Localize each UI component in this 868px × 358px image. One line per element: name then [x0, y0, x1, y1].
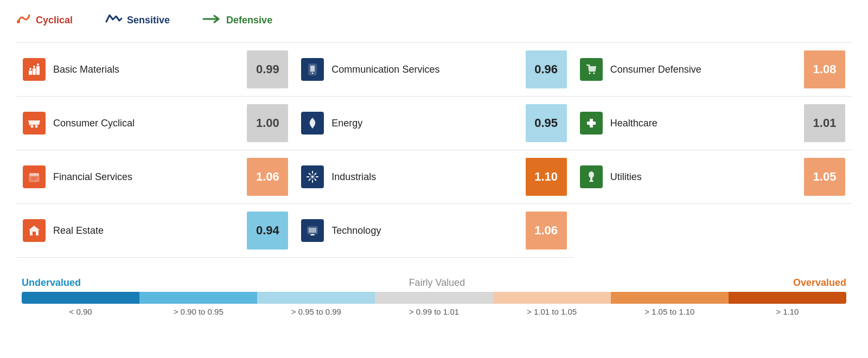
defensive-icon: [202, 13, 222, 27]
healthcare-value: 1.01: [804, 104, 845, 142]
communication-services-icon: [301, 58, 324, 81]
energy-value: 0.95: [526, 104, 567, 142]
svg-rect-15: [310, 66, 315, 72]
svg-point-24: [593, 73, 595, 74]
real-estate-name: Real Estate: [53, 225, 247, 236]
legend-defensive: Defensive: [202, 13, 272, 27]
bar-segment-5: [493, 292, 611, 304]
technology-icon: [301, 219, 324, 242]
svg-point-16: [312, 73, 313, 74]
list-item: Consumer Defensive 1.08: [573, 43, 852, 97]
svg-rect-11: [29, 173, 39, 176]
consumer-defensive-name: Consumer Defensive: [610, 64, 804, 75]
bar-label-2: > 0.90 to 0.95: [139, 307, 257, 316]
bar-segment-1: [22, 292, 139, 304]
list-item: Consumer Cyclical 1.00: [16, 97, 295, 150]
overvalued-label: Overvalued: [793, 277, 846, 289]
cyclical-column: Basic Materials 0.99 Consumer Cyclical 1…: [16, 43, 295, 258]
list-item: Energy 0.95: [295, 97, 573, 150]
bar-segment-6: [611, 292, 729, 304]
undervalued-label: Undervalued: [22, 277, 81, 289]
list-item: Communication Services 0.96: [295, 43, 573, 97]
technology-name: Technology: [331, 225, 525, 236]
list-item: Healthcare 1.01: [573, 97, 852, 150]
svg-point-5: [29, 68, 31, 70]
energy-name: Energy: [331, 118, 525, 129]
bar-label-7: > 1.10: [729, 307, 846, 316]
consumer-cyclical-icon: [23, 112, 46, 135]
svg-rect-28: [590, 177, 592, 181]
basic-materials-value: 0.99: [247, 50, 288, 88]
defensive-label: Defensive: [226, 15, 272, 26]
list-item: Real Estate 0.94: [16, 204, 295, 258]
svg-rect-21: [310, 234, 315, 235]
fairly-valued-label: Fairly Valued: [81, 277, 793, 289]
bar-segment-2: [139, 292, 257, 304]
consumer-cyclical-value: 1.00: [247, 104, 288, 142]
bar-segment-3: [257, 292, 375, 304]
financial-services-value: 1.06: [247, 158, 288, 196]
list-item: Technology 1.06: [295, 204, 573, 258]
energy-icon: [301, 112, 324, 135]
financial-services-icon: [23, 165, 46, 188]
legend-row: Cyclical Sensitive Defensive: [16, 11, 852, 29]
bar-bottom-labels: < 0.90 > 0.90 to 0.95 > 0.95 to 0.99 > 0…: [22, 307, 846, 316]
list-item: Basic Materials 0.99: [16, 43, 295, 97]
svg-point-23: [589, 73, 590, 74]
svg-rect-2: [29, 71, 32, 75]
list-item: Industrials 1.10: [295, 150, 573, 204]
list-item: Financial Services 1.06: [16, 150, 295, 204]
legend-cyclical: Cyclical: [16, 11, 73, 29]
bar-segment-4: [375, 292, 493, 304]
svg-point-0: [17, 20, 20, 23]
utilities-icon: [580, 165, 603, 188]
legend-sensitive: Sensitive: [105, 13, 170, 27]
main-grid: Basic Materials 0.99 Consumer Cyclical 1…: [16, 42, 852, 258]
svg-rect-20: [309, 228, 316, 233]
bar-label-6: > 1.05 to 1.10: [611, 307, 729, 316]
svg-rect-26: [587, 122, 596, 125]
bar-segment-7: [729, 292, 846, 304]
svg-rect-4: [36, 66, 40, 75]
bar-label-4: > 0.99 to 1.01: [375, 307, 493, 316]
cyclical-label: Cyclical: [36, 15, 73, 26]
healthcare-name: Healthcare: [610, 118, 804, 129]
bar-label-3: > 0.95 to 0.99: [257, 307, 375, 316]
sensitive-label: Sensitive: [127, 15, 170, 26]
basic-materials-icon: [23, 58, 46, 81]
svg-point-18: [311, 176, 314, 178]
color-bar: [22, 292, 846, 304]
healthcare-icon: [580, 112, 603, 135]
list-item: Utilities 1.05: [573, 150, 852, 204]
consumer-cyclical-name: Consumer Cyclical: [53, 118, 247, 129]
technology-value: 1.06: [526, 212, 567, 250]
sensitive-icon: [105, 13, 123, 27]
communication-services-value: 0.96: [526, 50, 567, 88]
consumer-defensive-value: 1.08: [804, 50, 845, 88]
bar-label-1: < 0.90: [22, 307, 139, 316]
consumer-defensive-icon: [580, 58, 603, 81]
basic-materials-name: Basic Materials: [53, 64, 247, 75]
defensive-column: Consumer Defensive 1.08 Healthcare 1.01: [573, 43, 852, 258]
bar-top-labels: Undervalued Fairly Valued Overvalued: [22, 277, 846, 289]
svg-rect-3: [33, 68, 36, 75]
industrials-name: Industrials: [331, 171, 525, 183]
financial-services-name: Financial Services: [53, 171, 247, 183]
real-estate-value: 0.94: [247, 212, 288, 250]
utilities-name: Utilities: [610, 171, 804, 183]
svg-point-27: [589, 171, 594, 178]
utilities-value: 1.05: [804, 158, 845, 196]
svg-rect-13: [33, 232, 36, 235]
legend-bar-section: Undervalued Fairly Valued Overvalued < 0…: [16, 277, 852, 316]
industrials-icon: [301, 165, 324, 188]
svg-point-6: [33, 66, 35, 68]
real-estate-icon: [23, 219, 46, 242]
industrials-value: 1.10: [526, 158, 567, 196]
svg-point-9: [35, 125, 38, 128]
communication-services-name: Communication Services: [331, 64, 525, 75]
bar-label-5: > 1.01 to 1.05: [493, 307, 611, 316]
cyclical-icon: [16, 11, 31, 29]
sensitive-column: Communication Services 0.96 Energy 0.95: [295, 43, 573, 258]
svg-point-8: [31, 125, 34, 128]
svg-point-7: [37, 63, 39, 66]
